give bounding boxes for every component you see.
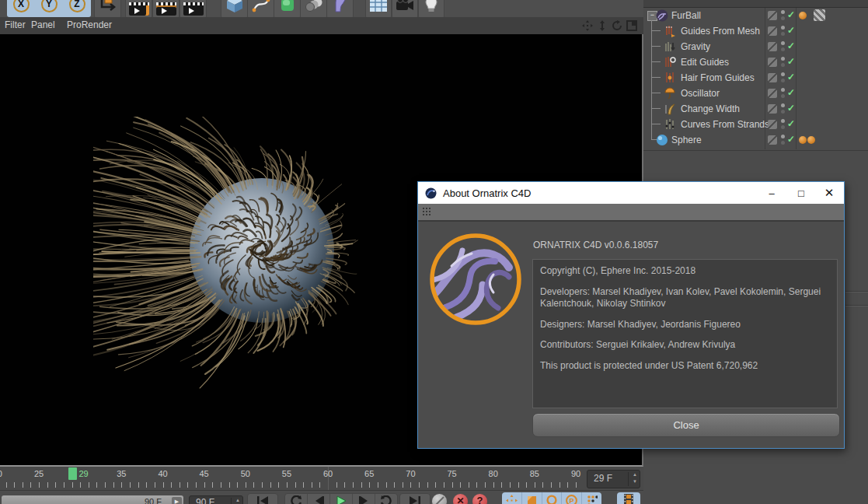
timeline-range-slider[interactable]: 90 F ▶ bbox=[2, 495, 183, 504]
maximize-button[interactable]: □ bbox=[788, 182, 814, 204]
enabled-check-icon[interactable]: ✓ bbox=[787, 118, 795, 129]
dolly-view-icon[interactable] bbox=[596, 19, 608, 31]
autokey-help-button[interactable]: ? bbox=[472, 494, 487, 504]
layer-toggle[interactable] bbox=[768, 58, 777, 67]
visibility-dots[interactable] bbox=[780, 57, 785, 68]
visibility-dots[interactable] bbox=[780, 41, 785, 52]
minimize-button[interactable]: – bbox=[758, 182, 785, 204]
layer-toggle[interactable] bbox=[768, 89, 777, 98]
timeline-ruler[interactable]: 202535404550556065707580859029 29 F ▲▼ bbox=[0, 467, 643, 490]
rotate-view-icon[interactable] bbox=[611, 19, 622, 31]
visibility-dots[interactable] bbox=[780, 135, 785, 145]
layer-toggle[interactable] bbox=[768, 42, 777, 51]
object-label[interactable]: Gravity bbox=[681, 41, 710, 52]
object-label[interactable]: Guides From Mesh bbox=[681, 26, 760, 37]
render-settings-button[interactable] bbox=[152, 0, 180, 19]
ruler-track[interactable]: 202535404550556065707580859029 bbox=[0, 467, 583, 490]
end-frame-field[interactable]: 90 F ▲▼ bbox=[189, 495, 243, 504]
floor-grid-button[interactable] bbox=[365, 0, 392, 19]
record-parameter-button[interactable]: P bbox=[562, 492, 582, 504]
object-label[interactable]: FurBall bbox=[671, 10, 701, 21]
object-label[interactable]: Change Width bbox=[681, 103, 740, 114]
record-rotation-button[interactable] bbox=[542, 492, 563, 504]
menu-panel[interactable]: Panel bbox=[31, 19, 55, 30]
visibility-dots[interactable] bbox=[780, 119, 785, 130]
enabled-check-icon[interactable]: ✓ bbox=[787, 9, 795, 20]
object-row-oscillator[interactable]: Oscillator ✓ bbox=[643, 86, 868, 101]
record-position-button[interactable] bbox=[502, 492, 522, 504]
layer-toggle[interactable] bbox=[768, 120, 777, 129]
pan-view-icon[interactable] bbox=[581, 19, 593, 31]
object-row-edit-guides[interactable]: Edit Guides ✓ bbox=[643, 54, 868, 70]
enabled-check-icon[interactable]: ✓ bbox=[787, 40, 795, 51]
spline-pen-button[interactable] bbox=[247, 0, 274, 19]
visibility-dots[interactable] bbox=[780, 26, 785, 37]
enabled-check-icon[interactable]: ✓ bbox=[787, 72, 795, 82]
play-forwards-button[interactable] bbox=[375, 494, 397, 504]
object-row-curves-from-strands[interactable]: Curves From Strands ✓ bbox=[643, 117, 868, 132]
keyframe-record-button[interactable]: ✕ bbox=[453, 494, 468, 504]
object-label[interactable]: Edit Guides bbox=[681, 57, 729, 68]
dialog-titlebar[interactable]: About Ornatrix C4D – □ ✕ bbox=[418, 182, 844, 204]
light-button[interactable] bbox=[418, 0, 444, 19]
close-window-button[interactable]: ✕ bbox=[816, 182, 842, 204]
axis-lock-y-button[interactable]: Y bbox=[35, 0, 63, 17]
dialog-drag-strip[interactable] bbox=[418, 204, 844, 222]
layer-toggle[interactable] bbox=[768, 73, 777, 82]
object-label[interactable]: Oscillator bbox=[681, 88, 720, 99]
enabled-check-icon[interactable]: ✓ bbox=[787, 25, 795, 36]
toggle-view-icon[interactable] bbox=[626, 19, 637, 31]
record-pla-button[interactable] bbox=[582, 492, 601, 504]
object-row-hair-from-guides[interactable]: Hair From Guides ✓ bbox=[643, 70, 868, 86]
render-preview-button[interactable] bbox=[617, 492, 640, 504]
object-row-furball[interactable]: FurBall ✓ bbox=[643, 8, 868, 23]
next-frame-button[interactable] bbox=[353, 494, 375, 504]
spinner-arrows-icon[interactable]: ▲▼ bbox=[633, 471, 637, 485]
record-scale-button[interactable] bbox=[522, 492, 542, 504]
object-row-sphere[interactable]: Sphere ✓ bbox=[643, 132, 868, 148]
spinner-arrows-icon[interactable]: ▲▼ bbox=[235, 497, 240, 504]
object-row-guides-from-mesh[interactable]: Guides From Mesh ✓ bbox=[643, 23, 868, 39]
material-tag[interactable] bbox=[799, 12, 807, 19]
generator-button[interactable] bbox=[274, 0, 301, 19]
axis-lock-z-button[interactable]: Z bbox=[63, 0, 91, 17]
current-frame-field[interactable]: 29 F ▲▼ bbox=[587, 470, 640, 488]
current-frame-marker[interactable] bbox=[68, 467, 77, 480]
menu-prorender[interactable]: ProRender bbox=[67, 19, 112, 30]
axis-lock-x-button[interactable]: X bbox=[7, 0, 35, 17]
object-row-change-width[interactable]: Change Width ✓ bbox=[643, 101, 868, 117]
cube-primitive-button[interactable] bbox=[221, 0, 248, 19]
material-tag[interactable] bbox=[807, 136, 815, 144]
visibility-dots[interactable] bbox=[780, 88, 785, 99]
enabled-check-icon[interactable]: ✓ bbox=[787, 56, 795, 67]
play-button[interactable] bbox=[330, 494, 353, 504]
object-label[interactable]: Curves From Strands bbox=[681, 119, 769, 130]
record-disabled-button[interactable] bbox=[432, 494, 447, 504]
enabled-check-icon[interactable]: ✓ bbox=[787, 134, 795, 145]
enabled-check-icon[interactable]: ✓ bbox=[787, 103, 795, 114]
layer-toggle[interactable] bbox=[768, 135, 777, 145]
range-step-icon[interactable]: ▶ bbox=[172, 497, 182, 504]
material-tag[interactable] bbox=[799, 136, 807, 144]
array-button[interactable] bbox=[300, 0, 327, 19]
object-label[interactable]: Sphere bbox=[671, 135, 702, 145]
deformer-button[interactable] bbox=[326, 0, 354, 19]
visibility-dots[interactable] bbox=[780, 72, 785, 83]
menu-filter[interactable]: Filter bbox=[5, 19, 26, 30]
visibility-dots[interactable] bbox=[780, 103, 785, 114]
object-label[interactable]: Hair From Guides bbox=[681, 72, 755, 83]
render-queue-button[interactable] bbox=[180, 0, 207, 19]
goto-start-button[interactable] bbox=[247, 493, 278, 504]
previous-frame-button[interactable] bbox=[308, 494, 330, 504]
texture-tag[interactable] bbox=[814, 9, 825, 21]
goto-end-button[interactable] bbox=[399, 493, 431, 504]
object-row-gravity[interactable]: Gravity ✓ bbox=[643, 39, 868, 54]
close-button[interactable]: Close bbox=[532, 413, 840, 437]
layer-toggle[interactable] bbox=[768, 104, 777, 114]
visibility-dots[interactable] bbox=[780, 10, 785, 21]
layer-toggle[interactable] bbox=[768, 11, 777, 20]
layer-toggle[interactable] bbox=[768, 26, 777, 36]
render-view-button[interactable] bbox=[125, 0, 152, 19]
camera-button[interactable] bbox=[392, 0, 418, 19]
play-backwards-button[interactable] bbox=[285, 494, 308, 504]
